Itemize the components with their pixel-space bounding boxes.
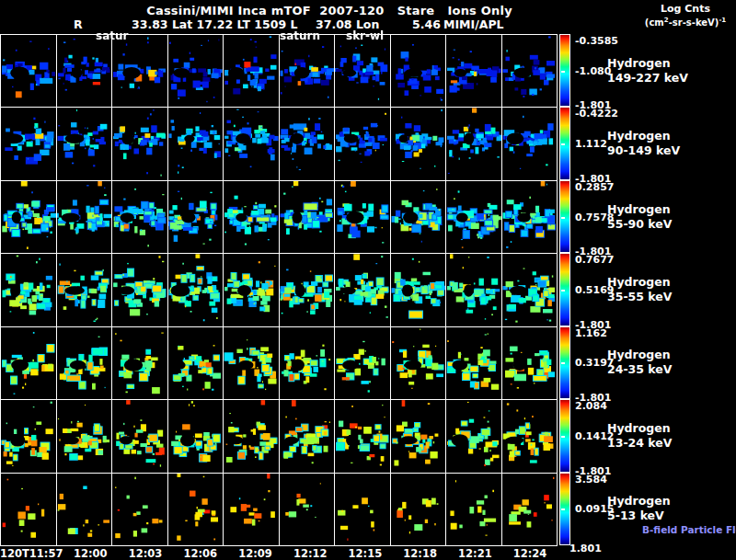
time-tick-label: 12:09 — [228, 547, 283, 560]
colorbar-min-label: -1.801 — [575, 173, 611, 185]
colorbar — [559, 473, 570, 545]
colorbar — [559, 326, 570, 399]
colorbar-mid-label: 1.112 — [575, 138, 607, 150]
colorbar-min-label: -1.801 — [575, 99, 611, 111]
panel-energy-range: 5-13 keV — [607, 509, 671, 523]
colorbar-legend: Log Cnts (cm2-sr-s-keV)-1 — [637, 3, 734, 29]
panel-energy-label: Hydrogen 13-24 keV — [607, 421, 672, 451]
mimi-apl-label: MIMI/APL — [443, 17, 504, 31]
colorbar-mid-tick — [561, 143, 565, 145]
colorbar — [559, 253, 570, 326]
panel-energy-range: 24-35 keV — [607, 362, 672, 377]
panel-energy-label: Hydrogen 149-227 keV — [607, 56, 688, 86]
unit-mid: -sr-s-keV) — [669, 17, 719, 28]
panel-energy-label: Hydrogen 35-55 keV — [607, 275, 672, 304]
time-tick-label: 120T11:57 — [0, 547, 63, 560]
panel-row-149-227: -0.3585 -1.080 -1.801 Hydrogen 149-227 k… — [559, 34, 736, 107]
panel-row-5-13: 3.584 0.0915 1.801 Hydrogen 5-13 keV — [559, 473, 736, 545]
colorbar-mid-tick — [561, 362, 565, 364]
panel-species: Hydrogen — [607, 275, 672, 290]
colorbar-mid-tick — [561, 71, 565, 73]
colorbar-min-label: -1.801 — [575, 319, 611, 331]
event-marker-saturn-2: saturn — [280, 29, 320, 42]
panel-energy-range: 55-90 keV — [607, 217, 672, 232]
panel-energy-range: 13-24 keV — [607, 436, 672, 451]
time-tick-label: 12:24 — [502, 547, 558, 560]
colorbar — [559, 399, 570, 472]
panel-row-35-55: 0.7677 0.5169 -1.801 Hydrogen 35-55 keV — [559, 253, 736, 326]
panel-energy-label: Hydrogen 5-13 keV — [607, 494, 671, 523]
panel-energy-label: Hydrogen 90-149 keV — [607, 129, 680, 158]
panel-energy-range: 149-227 keV — [607, 71, 688, 86]
page-title: Cassini/MIMI Inca mTOF 2007-120 Stare Io… — [146, 4, 512, 17]
panel-species: Hydrogen — [607, 202, 672, 217]
time-axis: 120T11:57 12:00 12:03 12:06 12:09 12:12 … — [0, 547, 558, 560]
cassini-mimi-display: Cassini/MIMI Inca mTOF 2007-120 Stare Io… — [0, 0, 736, 560]
colorbar-mid-tick — [561, 509, 565, 510]
colorbar-mid-tick — [561, 290, 565, 291]
spectrogram-canvas — [0, 34, 558, 546]
colorbar-min-label: -1.801 — [575, 392, 611, 404]
colorbar-min-label: 1.801 — [569, 543, 602, 554]
panel-species: Hydrogen — [607, 348, 672, 362]
colorbar — [559, 34, 570, 107]
panel-row-55-90: 0.2857 0.7578 -1.801 Hydrogen 55-90 keV — [559, 180, 736, 253]
colorbar-legend-unit: (cm2-sr-s-keV)-1 — [637, 15, 734, 29]
panel-energy-range: 90-149 keV — [607, 143, 680, 158]
colorbar — [559, 107, 570, 179]
colorbar — [559, 180, 570, 253]
time-tick-label: 12:21 — [448, 547, 503, 560]
panel-energy-label: Hydrogen 24-35 keV — [607, 348, 672, 377]
unit-pre: (cm — [645, 17, 664, 28]
time-tick-label: 12:03 — [118, 547, 173, 560]
panel-row-24-35: 1.162 0.3197 -1.801 Hydrogen 24-35 keV — [559, 326, 736, 399]
time-tick-label: 12:12 — [282, 547, 338, 560]
panel-row-90-149: -0.4222 1.112 -1.801 Hydrogen 90-149 keV — [559, 107, 736, 179]
time-tick-label: 12:15 — [338, 547, 393, 560]
panel-species: Hydrogen — [607, 56, 688, 71]
panel-species: Hydrogen — [607, 129, 680, 143]
ephemeris-position: 33.83 Lat 17.22 LT 1509 L — [132, 17, 297, 31]
panel-species: Hydrogen — [607, 421, 672, 436]
colorbar-mid-label: -1.080 — [575, 64, 611, 76]
colorbar-max-label: -0.3585 — [575, 35, 618, 47]
panel-rails: -0.3585 -1.080 -1.801 Hydrogen 149-227 k… — [559, 34, 736, 545]
event-marker-saturn-1: satur — [96, 29, 128, 42]
colorbar-min-label: -1.801 — [575, 246, 611, 257]
panel-energy-range: 35-55 keV — [607, 290, 672, 304]
ephemeris-lshell: 5.46 — [412, 17, 441, 31]
colorbar-mid-tick — [561, 217, 565, 219]
panel-species: Hydrogen — [607, 494, 671, 509]
panel-row-13-24: 2.084 0.1412 -1.801 Hydrogen 13-24 keV — [559, 399, 736, 472]
unit-sup-minus1: -1 — [719, 17, 726, 24]
time-tick-label: 12:18 — [393, 547, 448, 560]
colorbar-min-label: -1.801 — [575, 465, 611, 477]
time-tick-label: 12:06 — [173, 547, 228, 560]
colorbar-mid-tick — [561, 436, 565, 438]
panel-energy-label: Hydrogen 55-90 keV — [607, 202, 672, 232]
colorbar-legend-title: Log Cnts — [637, 3, 734, 15]
event-marker-skr-wl: skr-wl — [346, 29, 384, 42]
ephemeris-r-label: R — [74, 17, 83, 31]
time-tick-label: 12:00 — [63, 547, 118, 560]
